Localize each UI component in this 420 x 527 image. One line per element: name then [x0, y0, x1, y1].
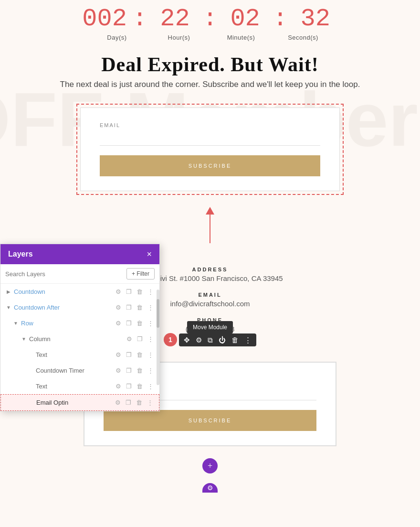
- add-module-button[interactable]: +: [202, 458, 218, 473]
- toolbar-trash-btn[interactable]: 🗑: [231, 336, 239, 344]
- layer-copy-row[interactable]: ❐: [125, 319, 133, 328]
- layers-title: Layers: [8, 250, 33, 258]
- layer-item-countdown[interactable]: ▶ Countdown ⚙ ❐ 🗑 ⋮: [0, 284, 159, 300]
- layers-close-button[interactable]: ×: [147, 250, 152, 258]
- layers-search-row: + Filter: [0, 264, 159, 284]
- layer-item-text2[interactable]: Text ⚙ ❐ 🗑 ⋮: [0, 378, 159, 394]
- layer-trash-row[interactable]: 🗑: [136, 319, 144, 328]
- layer-more-countdown-after[interactable]: ⋮: [147, 303, 155, 312]
- toolbar-badge: 1: [164, 333, 177, 346]
- layer-actions-text2: ⚙ ❐ 🗑 ⋮: [115, 382, 155, 391]
- layer-name-text2: Text: [36, 383, 115, 390]
- layers-list: ▶ Countdown ⚙ ❐ 🗑 ⋮ ▼ Countdown After ⚙ …: [0, 284, 159, 411]
- layer-trash-countdown-after[interactable]: 🗑: [136, 303, 144, 312]
- layer-actions-countdown: ⚙ ❐ 🗑 ⋮: [115, 287, 155, 296]
- layer-trash-email-optin[interactable]: 🗑: [135, 398, 143, 407]
- email-form-top: EMAIL SUBSCRIBE: [76, 104, 344, 195]
- layer-actions-countdown-timer: ⚙ ❐ 🗑 ⋮: [115, 366, 155, 375]
- toolbar-copy-btn[interactable]: ⧉: [208, 336, 213, 344]
- layer-trash-text2[interactable]: 🗑: [136, 382, 144, 391]
- layer-actions-countdown-after: ⚙ ❐ 🗑 ⋮: [115, 303, 155, 312]
- panel-scrollbar[interactable]: [157, 290, 159, 385]
- layer-item-countdown-after[interactable]: ▼ Countdown After ⚙ ❐ 🗑 ⋮: [0, 300, 159, 315]
- arrow-shaft: [210, 215, 210, 243]
- plus-icon: +: [208, 461, 212, 471]
- layer-item-row[interactable]: ▼ Row ⚙ ❐ 🗑 ⋮: [0, 315, 159, 331]
- layer-actions-email-optin: ⚙ ❐ 🗑 ⋮: [114, 398, 154, 407]
- layer-copy-text1[interactable]: ❐: [125, 350, 133, 359]
- layer-trash-text1[interactable]: 🗑: [136, 350, 144, 359]
- layer-toggle-countdown-after[interactable]: ▼: [5, 304, 12, 311]
- layer-more-text2[interactable]: ⋮: [147, 382, 155, 391]
- subscribe-button-bottom[interactable]: SUBSCRIBE: [104, 410, 316, 431]
- bottom-add-row: +: [0, 456, 420, 483]
- layers-header: Layers ×: [0, 244, 159, 264]
- toolbar-more-btn[interactable]: ⋮: [244, 336, 252, 344]
- layer-gear-text1[interactable]: ⚙: [115, 350, 122, 359]
- email-form-inner-top: EMAIL SUBSCRIBE: [80, 108, 340, 191]
- move-module-tooltip: Move Module: [187, 321, 233, 333]
- layer-more-countdown[interactable]: ⋮: [147, 287, 155, 296]
- bottom-icon: ⚙: [207, 484, 213, 492]
- layer-more-column[interactable]: ⋮: [147, 334, 155, 344]
- layer-item-countdown-timer[interactable]: Countdown Timer ⚙ ❐ 🗑 ⋮: [0, 363, 159, 378]
- layer-name-text1: Text: [36, 351, 115, 358]
- layer-item-email-optin[interactable]: → Email Optin ⚙ ❐ 🗑 ⋮: [0, 394, 159, 411]
- layer-trash-countdown[interactable]: 🗑: [136, 287, 144, 296]
- filter-button[interactable]: + Filter: [126, 268, 155, 280]
- layer-actions-text1: ⚙ ❐ 🗑 ⋮: [115, 350, 155, 359]
- layer-gear-row[interactable]: ⚙: [115, 319, 122, 328]
- layer-copy-countdown[interactable]: ❐: [125, 287, 133, 296]
- layer-gear-countdown-after[interactable]: ⚙: [115, 303, 122, 312]
- email-input-top[interactable]: [100, 132, 320, 146]
- layer-more-row[interactable]: ⋮: [147, 319, 155, 328]
- layer-toggle-column[interactable]: ▼: [21, 336, 27, 343]
- email-label-top: EMAIL: [100, 122, 320, 128]
- layer-gear-column[interactable]: ⚙: [126, 334, 133, 344]
- layer-name-countdown: Countdown: [14, 288, 115, 295]
- layer-actions-row: ⚙ ❐ 🗑 ⋮: [115, 319, 155, 328]
- toolbar-move-btn[interactable]: ✥: [184, 336, 190, 344]
- layer-more-text1[interactable]: ⋮: [147, 350, 155, 359]
- layer-more-ct[interactable]: ⋮: [147, 366, 155, 375]
- layer-trash-ct[interactable]: 🗑: [136, 366, 144, 375]
- arrow-head-up: [206, 207, 214, 215]
- subscribe-button-top[interactable]: SUBSCRIBE: [100, 155, 320, 176]
- toolbar-buttons: ✥ ⚙ ⧉ ⏻ 🗑 ⋮: [179, 333, 256, 346]
- layer-item-text1[interactable]: Text ⚙ ❐ 🗑 ⋮: [0, 347, 159, 363]
- layer-gear-email-optin[interactable]: ⚙: [114, 398, 122, 407]
- layer-copy-text2[interactable]: ❐: [125, 382, 133, 391]
- panel-scrollbar-thumb[interactable]: [157, 299, 159, 328]
- layer-toggle-row[interactable]: ▼: [12, 320, 19, 327]
- toolbar-settings-btn[interactable]: ⚙: [196, 336, 202, 344]
- toolbar-power-btn[interactable]: ⏻: [219, 336, 226, 344]
- layer-name-countdown-timer: Countdown Timer: [36, 367, 115, 374]
- layer-gear-text2[interactable]: ⚙: [115, 382, 122, 391]
- layer-name-column: Column: [29, 335, 126, 343]
- layer-gear-countdown[interactable]: ⚙: [115, 287, 122, 296]
- layer-copy-email-optin[interactable]: ❐: [125, 398, 132, 407]
- bottom-action-row: ⚙: [0, 483, 420, 500]
- layer-copy-ct[interactable]: ❐: [125, 366, 133, 375]
- layer-toggle-countdown[interactable]: ▶: [5, 289, 12, 295]
- layer-name-email-optin: Email Optin: [36, 399, 114, 406]
- bottom-partial-btn[interactable]: ⚙: [202, 483, 218, 493]
- red-arrow-section: [0, 204, 420, 243]
- layer-copy-countdown-after[interactable]: ❐: [125, 303, 133, 312]
- layer-name-row: Row: [21, 320, 115, 327]
- layers-search-input[interactable]: [5, 270, 123, 278]
- layer-copy-column[interactable]: ❐: [136, 334, 144, 344]
- module-toolbar: 1 ✥ ⚙ ⧉ ⏻ 🗑 ⋮: [164, 333, 256, 346]
- layer-name-countdown-after: Countdown After: [14, 304, 115, 311]
- layers-panel: Layers × + Filter ▶ Countdown ⚙ ❐ 🗑 ⋮ ▼: [0, 244, 160, 411]
- red-arrow: [206, 207, 214, 243]
- layer-actions-column: ⚙ ❐ ⋮: [126, 334, 155, 344]
- layer-item-column[interactable]: ▼ Column ⚙ ❐ ⋮: [0, 331, 159, 347]
- layer-gear-ct[interactable]: ⚙: [115, 366, 122, 375]
- layer-more-email-optin[interactable]: ⋮: [146, 398, 154, 407]
